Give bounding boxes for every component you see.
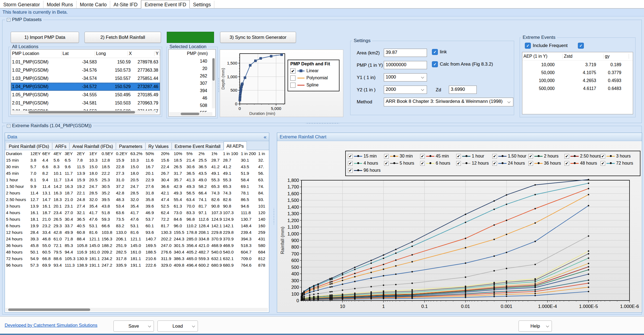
legend-checkbox[interactable]	[290, 83, 295, 88]
legend-checkbox[interactable]: ✔	[348, 168, 353, 173]
grid-column-1-in-200[interactable]: 1 in 200	[240, 150, 257, 157]
grid-column-1ey[interactable]: 1EY	[89, 150, 101, 157]
legend-checkbox[interactable]: ✔	[384, 161, 389, 166]
grid-row[interactable]: 3 hours13.916.120.123.127.435.443.853.43…	[5, 203, 268, 209]
pmp-legend-item-spline[interactable]: Spline	[290, 81, 337, 89]
app-tab-extreme-event-ifd[interactable]: Extreme Event IFD	[141, 0, 190, 8]
legend-checkbox[interactable]: ✔	[601, 161, 605, 166]
chart-legend-item-4-hours[interactable]: ✔4 hours	[348, 160, 384, 167]
data-tab-ry-values[interactable]: Ry Values	[145, 142, 172, 150]
legend-checkbox[interactable]: ✔	[564, 161, 569, 166]
legend-checkbox[interactable]: ✔	[492, 154, 497, 159]
selected-location-list[interactable]: PMP (mm)1402026230739446508555	[168, 49, 216, 116]
grid-column-2ey[interactable]: 2EY	[76, 150, 89, 157]
scrollbar-thumb[interactable]	[28, 111, 135, 113]
grid-row[interactable]: 5 hours18.121.026.530.436.547.659.373.54…	[5, 216, 268, 223]
include-frequent-row[interactable]: ✓ Include Frequent	[525, 43, 568, 49]
grid-row[interactable]: 1.50 hour9.911.414.216.319.224.730.537.2…	[5, 183, 268, 190]
extreme-events-table[interactable]: AEP (1 in Y)Zstdgy10,0003.7190.18950,000…	[522, 52, 633, 114]
chart-legend-item-5-hours[interactable]: ✔5 hours	[384, 160, 420, 167]
data-tab-parameters[interactable]: Parameters	[116, 142, 145, 150]
chart-legend-item-72-hours[interactable]: ✔72 hours	[601, 160, 637, 167]
chart-legend-item-96-hours[interactable]: ✔96 hours	[348, 167, 384, 174]
grid-column-0-2ey[interactable]: 0.2EY	[115, 150, 130, 157]
legend-checkbox[interactable]: ✔	[420, 161, 425, 166]
legend-checkbox[interactable]: ✔	[456, 161, 461, 166]
grid-column-duration[interactable]: Duration	[5, 150, 30, 157]
grid-column-3ey[interactable]: 3EY	[64, 150, 76, 157]
list-item[interactable]: 307	[169, 80, 215, 87]
legend-checkbox[interactable]: ✔	[601, 154, 605, 159]
zd-input[interactable]: 3.6990	[449, 86, 477, 94]
chart-legend-item-1-50-hour[interactable]: ✔1.50 hour	[492, 153, 528, 160]
grid-column-63-2[interactable]: 63.2%	[130, 150, 145, 157]
table-row[interactable]: 1.04_PMP(GSDM)-34.572150.529273287.46	[11, 83, 160, 91]
grid-column-1-in-100[interactable]: 1 in 100	[223, 150, 240, 157]
panel-splitter-handle[interactable]	[273, 208, 275, 225]
grid-row[interactable]: 12 hours28.433.442.849.960.881.6103.8133…	[5, 229, 268, 236]
legend-checkbox[interactable]	[290, 75, 295, 81]
all-aeps-grid-container[interactable]: Duration12EY6EY4EY3EY2EY1EY0.5EY0.2EY63.…	[5, 150, 268, 285]
grid-row[interactable]: 24 hours39.346.861.071.888.4121.1156.320…	[5, 236, 268, 242]
chart-legend-item-12-hours[interactable]: ✔12 hours	[456, 160, 492, 167]
column-header-x[interactable]: X	[128, 51, 155, 56]
legend-checkbox[interactable]: ✔	[290, 68, 295, 74]
include-frequent-checkbox[interactable]: ✓	[525, 43, 531, 49]
grid-row[interactable]: 15 min3.84.45.66.57.810.312.815.910.311.…	[5, 157, 268, 164]
list-item[interactable]: 140	[169, 57, 215, 65]
chart-legend-item-36-hours[interactable]: ✔36 hours	[528, 160, 564, 167]
app-tab-at-site-ifd[interactable]: At-Site IFD	[110, 1, 141, 8]
extreme-events-row[interactable]: 10,0003.7190.189	[522, 61, 633, 69]
chart-legend-item-2-50-hours[interactable]: ✔2.50 hours	[564, 153, 601, 160]
column-header-y[interactable]: Y	[154, 51, 160, 56]
credit-link[interactable]: Developed by Catchment Simulation Soluti…	[5, 323, 97, 328]
save-dropdown[interactable]: Save	[113, 321, 154, 332]
data-tab-all-aeps[interactable]: All AEPs	[224, 141, 247, 150]
grid-column-20[interactable]: 20%	[160, 150, 173, 157]
data-tab-areal-rainfall-ifds[interactable]: Areal Rainfall (IFDs)	[69, 142, 116, 150]
grid-column-0-5ey[interactable]: 0.5EY	[101, 150, 115, 157]
grid-column-5[interactable]: 5%	[186, 150, 198, 157]
grid-row[interactable]: 45 min7.08.210.111.713.918.022.227.318.0…	[5, 170, 268, 177]
column-header-pmp-mm[interactable]: PMP (mm)	[187, 51, 208, 56]
column-header-lat[interactable]: Lat	[62, 51, 95, 56]
vertical-splitter-handle[interactable]	[218, 77, 219, 93]
extreme-events-row[interactable]: 500,0004.61170.6483	[522, 85, 633, 92]
calc-from-area-checkbox[interactable]: ✓	[432, 61, 438, 67]
legend-checkbox[interactable]: ✔	[564, 154, 569, 159]
grid-row[interactable]: 1 hour8.19.411.713.415.920.525.331.020.5…	[5, 177, 268, 183]
legend-checkbox[interactable]: ✔	[456, 154, 461, 159]
y2-dropdown[interactable]: 2000	[384, 86, 427, 94]
load-dropdown[interactable]: Load	[157, 321, 198, 332]
include-standard-ifds-checkbox[interactable]: ✓	[578, 43, 584, 49]
chart-legend-item-1-hour[interactable]: ✔1 hour	[456, 153, 492, 160]
chart-legend-item-48-hours[interactable]: ✔48 hours	[564, 160, 601, 167]
collapse-icon[interactable]: −	[7, 18, 10, 22]
chart-legend-item-30-min[interactable]: ✔30 min	[384, 153, 420, 160]
chart-legend-item-3-hours[interactable]: ✔3 hours	[601, 153, 637, 160]
grid-column-1[interactable]: 1%	[211, 150, 223, 157]
link-checkbox[interactable]: ✓	[432, 49, 438, 55]
legend-checkbox[interactable]: ✔	[348, 161, 353, 166]
scrollbar-thumb[interactable]	[212, 58, 215, 81]
chart-legend-item-45-min[interactable]: ✔45 min	[420, 153, 456, 160]
extreme-events-row[interactable]: 50,0004.10750.3779	[522, 69, 633, 77]
grid-row[interactable]: 72 hours54.966.888.6105.3130.9181.1234.2…	[5, 255, 268, 262]
grid-row[interactable]: 2 hours11.413.116.318.722.128.535.242.82…	[5, 190, 268, 196]
selected-location-vscrollbar[interactable]	[212, 58, 215, 108]
column-header-aep-1-in-y[interactable]: AEP (1 in Y)	[522, 54, 563, 59]
calc-from-area-row[interactable]: ✓ Calc from Area (Fig 8.3.2)	[432, 61, 493, 67]
app-tab-monte-carlo[interactable]: Monte Carlo	[77, 1, 110, 8]
all-locations-hscrollbar[interactable]	[12, 110, 156, 114]
table-row[interactable]: 1.03_PMP(GSDM)-34.574150.557275851.44	[11, 74, 160, 83]
list-item[interactable]: 262	[169, 72, 215, 80]
list-item[interactable]: 20	[169, 65, 215, 72]
column-header-pmp-location[interactable]: PMP Location	[11, 51, 62, 56]
area-input[interactable]: 39.87	[384, 49, 427, 57]
grid-column-1-in[interactable]: 1 in	[258, 150, 268, 157]
grid-row[interactable]: 48 hours50.160.579.594.4116.9161.0209.22…	[5, 249, 268, 255]
pmp-legend-item-linear[interactable]: ✔Linear	[290, 67, 337, 74]
import-pmp-data-button[interactable]: 1) Import PMP Data	[11, 32, 79, 43]
include-standard-row[interactable]: ✓	[578, 43, 586, 49]
column-header-long[interactable]: Long	[95, 51, 128, 56]
